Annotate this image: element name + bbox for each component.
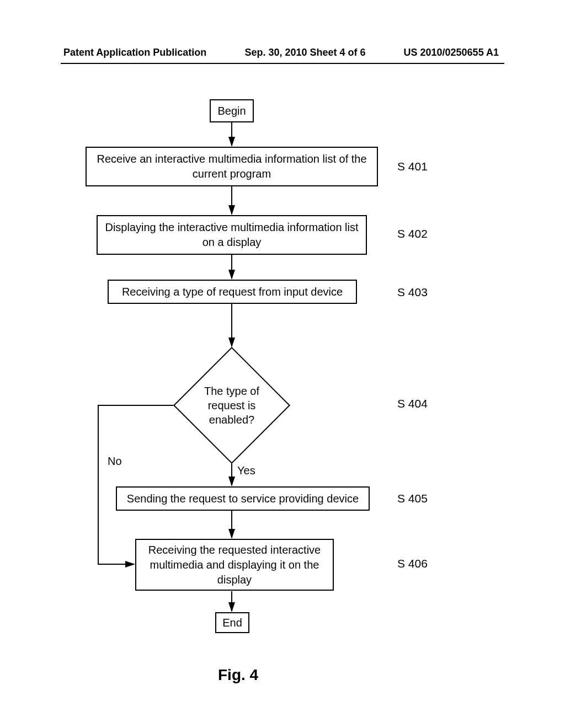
node-s404: The type of request is enabled? <box>174 347 290 463</box>
ref-s406: S 406 <box>397 557 428 570</box>
node-s406-text: Receiving the requested interactive mult… <box>142 543 327 587</box>
node-end-label: End <box>222 615 242 630</box>
node-s405-text: Sending the request to service providing… <box>127 491 359 506</box>
node-s406: Receiving the requested interactive mult… <box>135 539 334 591</box>
node-begin: Begin <box>210 99 254 122</box>
node-s402: Displaying the interactive multimedia in… <box>97 215 367 255</box>
node-s403: Receiving a type of request from input d… <box>108 280 357 304</box>
label-no: No <box>108 455 122 468</box>
ref-s403: S 403 <box>397 286 428 299</box>
node-s403-text: Receiving a type of request from input d… <box>122 285 343 299</box>
node-s401: Receive an interactive multimedia inform… <box>86 147 378 186</box>
ref-s404: S 404 <box>397 397 428 410</box>
figure-caption: Fig. 4 <box>218 666 258 684</box>
node-begin-label: Begin <box>217 104 246 119</box>
node-s401-text: Receive an interactive multimedia inform… <box>92 152 371 181</box>
ref-s402: S 402 <box>397 227 428 240</box>
node-s402-text: Displaying the interactive multimedia in… <box>103 220 360 250</box>
label-yes: Yes <box>237 464 255 477</box>
node-end: End <box>215 612 249 633</box>
flowchart: Begin Receive an interactive multimedia … <box>0 0 565 728</box>
node-s404-text: The type of request is enabled? <box>193 384 270 427</box>
ref-s401: S 401 <box>397 160 428 173</box>
ref-s405: S 405 <box>397 492 428 505</box>
node-s405: Sending the request to service providing… <box>116 486 370 511</box>
